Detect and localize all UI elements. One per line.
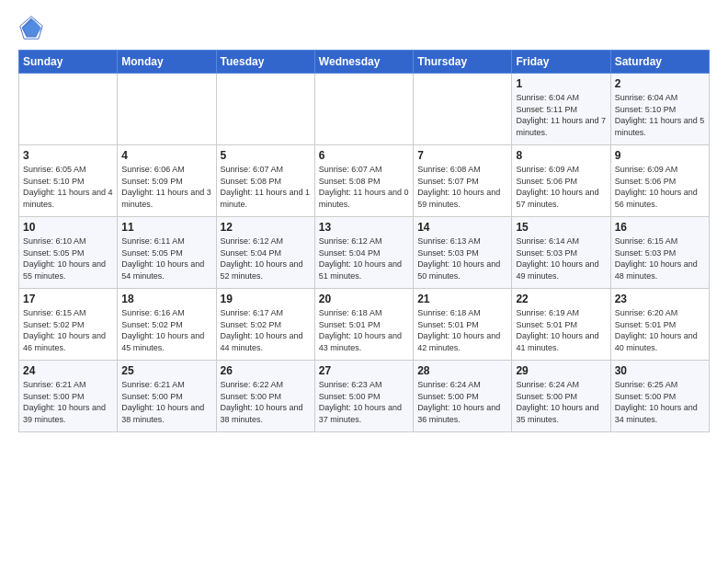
day-detail: Sunrise: 6:05 AMSunset: 5:10 PMDaylight:… (23, 165, 113, 209)
calendar-table: SundayMondayTuesdayWednesdayThursdayFrid… (18, 50, 710, 432)
day-detail: Sunrise: 6:22 AMSunset: 5:00 PMDaylight:… (221, 380, 303, 424)
day-detail: Sunrise: 6:16 AMSunset: 5:02 PMDaylight:… (121, 308, 204, 352)
calendar-cell: 15Sunrise: 6:14 AMSunset: 5:03 PMDayligh… (512, 217, 610, 289)
day-number: 7 (417, 149, 507, 162)
calendar-cell: 17Sunrise: 6:15 AMSunset: 5:02 PMDayligh… (19, 289, 118, 361)
day-detail: Sunrise: 6:15 AMSunset: 5:03 PMDaylight:… (615, 236, 698, 281)
day-detail: Sunrise: 6:09 AMSunset: 5:06 PMDaylight:… (615, 165, 698, 209)
calendar-header: SundayMondayTuesdayWednesdayThursdayFrid… (19, 51, 710, 74)
calendar-cell: 7Sunrise: 6:08 AMSunset: 5:07 PMDaylight… (414, 145, 512, 217)
calendar-cell: 9Sunrise: 6:09 AMSunset: 5:06 PMDaylight… (610, 145, 709, 217)
calendar-cell: 19Sunrise: 6:17 AMSunset: 5:02 PMDayligh… (216, 289, 314, 361)
day-detail: Sunrise: 6:04 AMSunset: 5:10 PMDaylight:… (615, 93, 705, 137)
day-detail: Sunrise: 6:10 AMSunset: 5:05 PMDaylight:… (23, 236, 106, 281)
day-number: 25 (121, 364, 211, 377)
day-detail: Sunrise: 6:08 AMSunset: 5:07 PMDaylight:… (417, 165, 500, 209)
day-detail: Sunrise: 6:17 AMSunset: 5:02 PMDaylight:… (221, 308, 303, 352)
day-detail: Sunrise: 6:09 AMSunset: 5:06 PMDaylight:… (516, 165, 598, 209)
calendar-cell: 1Sunrise: 6:04 AMSunset: 5:11 PMDaylight… (512, 74, 610, 145)
calendar-week-4: 17Sunrise: 6:15 AMSunset: 5:02 PMDayligh… (19, 289, 710, 361)
calendar-cell: 26Sunrise: 6:22 AMSunset: 5:00 PMDayligh… (216, 361, 314, 432)
weekday-row: SundayMondayTuesdayWednesdayThursdayFrid… (19, 51, 710, 74)
day-detail: Sunrise: 6:23 AMSunset: 5:00 PMDaylight:… (319, 380, 402, 424)
day-detail: Sunrise: 6:06 AMSunset: 5:09 PMDaylight:… (121, 165, 211, 209)
day-detail: Sunrise: 6:24 AMSunset: 5:00 PMDaylight:… (516, 380, 598, 424)
day-number: 22 (516, 293, 606, 305)
weekday-header-saturday: Saturday (610, 51, 709, 74)
day-number: 13 (319, 221, 409, 234)
page-container: SundayMondayTuesdayWednesdayThursdayFrid… (0, 0, 728, 442)
day-detail: Sunrise: 6:04 AMSunset: 5:11 PMDaylight:… (516, 93, 606, 137)
weekday-header-sunday: Sunday (19, 51, 118, 74)
day-number: 14 (417, 221, 507, 234)
calendar-cell: 23Sunrise: 6:20 AMSunset: 5:01 PMDayligh… (610, 289, 709, 361)
calendar-week-1: 1Sunrise: 6:04 AMSunset: 5:11 PMDaylight… (19, 74, 710, 145)
day-detail: Sunrise: 6:18 AMSunset: 5:01 PMDaylight:… (319, 308, 402, 352)
day-number: 26 (221, 364, 311, 377)
calendar-cell: 8Sunrise: 6:09 AMSunset: 5:06 PMDaylight… (512, 145, 610, 217)
day-number: 21 (417, 293, 507, 305)
calendar-cell: 4Sunrise: 6:06 AMSunset: 5:09 PMDaylight… (118, 145, 216, 217)
calendar-cell (414, 74, 512, 145)
day-number: 23 (615, 293, 705, 305)
day-number: 5 (221, 149, 311, 162)
logo (18, 15, 48, 40)
day-number: 19 (221, 293, 311, 305)
day-detail: Sunrise: 6:12 AMSunset: 5:04 PMDaylight:… (221, 236, 303, 281)
calendar-cell: 11Sunrise: 6:11 AMSunset: 5:05 PMDayligh… (118, 217, 216, 289)
day-detail: Sunrise: 6:18 AMSunset: 5:01 PMDaylight:… (417, 308, 500, 352)
calendar-cell: 24Sunrise: 6:21 AMSunset: 5:00 PMDayligh… (19, 361, 118, 432)
calendar-cell: 22Sunrise: 6:19 AMSunset: 5:01 PMDayligh… (512, 289, 610, 361)
day-number: 24 (23, 364, 113, 377)
day-number: 20 (319, 293, 409, 305)
day-detail: Sunrise: 6:07 AMSunset: 5:08 PMDaylight:… (319, 165, 409, 209)
calendar-week-2: 3Sunrise: 6:05 AMSunset: 5:10 PMDaylight… (19, 145, 710, 217)
day-number: 11 (121, 221, 211, 234)
calendar-cell: 30Sunrise: 6:25 AMSunset: 5:00 PMDayligh… (610, 361, 709, 432)
day-detail: Sunrise: 6:20 AMSunset: 5:01 PMDaylight:… (615, 308, 698, 352)
header (18, 15, 710, 40)
calendar-cell: 10Sunrise: 6:10 AMSunset: 5:05 PMDayligh… (19, 217, 118, 289)
day-number: 8 (516, 149, 606, 162)
day-detail: Sunrise: 6:19 AMSunset: 5:01 PMDaylight:… (516, 308, 598, 352)
calendar-cell: 21Sunrise: 6:18 AMSunset: 5:01 PMDayligh… (414, 289, 512, 361)
calendar-body: 1Sunrise: 6:04 AMSunset: 5:11 PMDaylight… (19, 74, 710, 432)
day-number: 27 (319, 364, 409, 377)
weekday-header-tuesday: Tuesday (216, 51, 314, 74)
calendar-cell: 12Sunrise: 6:12 AMSunset: 5:04 PMDayligh… (216, 217, 314, 289)
day-number: 1 (516, 77, 606, 90)
calendar-cell: 18Sunrise: 6:16 AMSunset: 5:02 PMDayligh… (118, 289, 216, 361)
calendar-cell: 14Sunrise: 6:13 AMSunset: 5:03 PMDayligh… (414, 217, 512, 289)
day-detail: Sunrise: 6:11 AMSunset: 5:05 PMDaylight:… (121, 236, 204, 281)
calendar-cell (118, 74, 216, 145)
calendar-week-5: 24Sunrise: 6:21 AMSunset: 5:00 PMDayligh… (19, 361, 710, 432)
calendar-cell: 6Sunrise: 6:07 AMSunset: 5:08 PMDaylight… (314, 145, 413, 217)
calendar-cell (19, 74, 118, 145)
day-number: 29 (516, 364, 606, 377)
day-number: 16 (615, 221, 705, 234)
calendar-cell: 13Sunrise: 6:12 AMSunset: 5:04 PMDayligh… (314, 217, 413, 289)
calendar-week-3: 10Sunrise: 6:10 AMSunset: 5:05 PMDayligh… (19, 217, 710, 289)
day-detail: Sunrise: 6:24 AMSunset: 5:00 PMDaylight:… (417, 380, 500, 424)
day-number: 30 (615, 364, 705, 377)
day-number: 6 (319, 149, 409, 162)
day-detail: Sunrise: 6:13 AMSunset: 5:03 PMDaylight:… (417, 236, 500, 281)
day-number: 3 (23, 149, 113, 162)
day-number: 4 (121, 149, 211, 162)
day-detail: Sunrise: 6:25 AMSunset: 5:00 PMDaylight:… (615, 380, 698, 424)
logo-icon (18, 15, 44, 40)
calendar-cell: 2Sunrise: 6:04 AMSunset: 5:10 PMDaylight… (610, 74, 709, 145)
day-detail: Sunrise: 6:21 AMSunset: 5:00 PMDaylight:… (23, 380, 106, 424)
day-number: 12 (221, 221, 311, 234)
day-number: 18 (121, 293, 211, 305)
calendar-cell: 25Sunrise: 6:21 AMSunset: 5:00 PMDayligh… (118, 361, 216, 432)
day-number: 2 (615, 77, 705, 90)
day-number: 15 (516, 221, 606, 234)
calendar-cell: 28Sunrise: 6:24 AMSunset: 5:00 PMDayligh… (414, 361, 512, 432)
calendar-cell (314, 74, 413, 145)
weekday-header-friday: Friday (512, 51, 610, 74)
day-number: 9 (615, 149, 705, 162)
calendar-cell: 27Sunrise: 6:23 AMSunset: 5:00 PMDayligh… (314, 361, 413, 432)
day-detail: Sunrise: 6:12 AMSunset: 5:04 PMDaylight:… (319, 236, 402, 281)
day-detail: Sunrise: 6:21 AMSunset: 5:00 PMDaylight:… (121, 380, 204, 424)
